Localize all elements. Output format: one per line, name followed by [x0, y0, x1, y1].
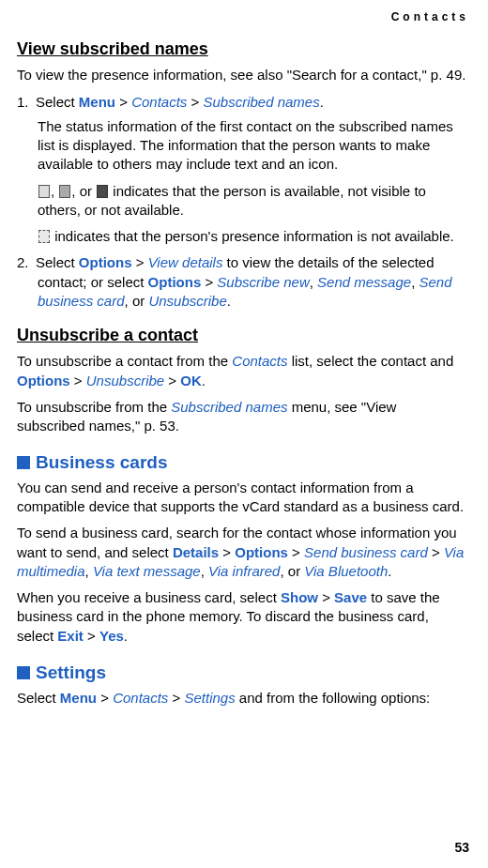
presence-hidden-icon — [59, 185, 70, 198]
text: list, select the contact and — [288, 353, 454, 369]
step-1: 1.Select Menu > Contacts > Subscribed na… — [17, 93, 467, 247]
yes-action: Yes — [99, 628, 124, 644]
text: Select — [36, 254, 79, 270]
paragraph: You can send and receive a person's cont… — [17, 479, 467, 517]
link-via-bluetooth: Via Bluetooth — [304, 563, 388, 579]
text: . — [124, 628, 128, 644]
step-2: 2.Select Options > View details to view … — [17, 253, 467, 311]
text: > — [97, 690, 113, 706]
running-header: Contacts — [391, 9, 469, 24]
presence-unknown-icon — [38, 230, 50, 243]
text: > — [288, 544, 304, 560]
link-via-text: Via text message — [93, 563, 201, 579]
step-number: 1. — [17, 93, 36, 112]
text: > — [115, 94, 131, 110]
text: , — [411, 274, 419, 290]
text: , — [51, 183, 58, 199]
text: . — [202, 373, 206, 388]
heading-text: Business cards — [36, 452, 167, 472]
link-via-infrared: Via infrared — [208, 563, 280, 579]
section-marker-icon — [17, 456, 30, 469]
text: > — [201, 274, 217, 290]
page-content: View subscribed names To view the presen… — [17, 38, 467, 708]
show-action: Show — [281, 589, 318, 605]
link-view-details: View details — [148, 254, 223, 270]
options-action: Options — [235, 544, 288, 560]
link-contacts: Contacts — [113, 690, 168, 706]
paragraph: When you receive a business card, select… — [17, 588, 467, 646]
step-list: 1.Select Menu > Contacts > Subscribed na… — [17, 93, 467, 312]
text: . — [227, 293, 231, 309]
heading-text: Settings — [36, 662, 106, 682]
options-action: Options — [79, 254, 132, 270]
text: To unsubscribe a contact from the — [17, 353, 232, 369]
link-unsubscribe: Unsubscribe — [148, 293, 226, 309]
text: . — [320, 94, 324, 110]
heading-settings: Settings — [17, 661, 467, 685]
link-send-business-card: Send business card — [304, 544, 428, 560]
text: > — [428, 544, 444, 560]
text: > — [219, 544, 235, 560]
text: . — [388, 563, 391, 579]
text: > — [132, 254, 148, 270]
text: > — [168, 690, 184, 706]
details-action: Details — [173, 544, 219, 560]
paragraph: To view the presence information, see al… — [17, 66, 467, 84]
text: indicates that the person's presence inf… — [51, 228, 454, 244]
save-action: Save — [334, 589, 367, 605]
paragraph: The status information of the first cont… — [38, 117, 467, 175]
options-action: Options — [148, 274, 202, 290]
link-unsubscribe: Unsubscribe — [86, 373, 164, 388]
text: , — [85, 563, 93, 579]
ok-action: OK — [180, 373, 202, 388]
text: , or — [125, 293, 149, 309]
paragraph: To unsubscribe from the Subscribed names… — [17, 398, 467, 436]
text: and from the following options: — [236, 690, 431, 706]
text: , — [201, 563, 208, 579]
link-send-message: Send message — [317, 274, 411, 290]
paragraph: , , or indicates that the person is avai… — [38, 182, 467, 221]
text: > — [70, 373, 86, 388]
text: > — [318, 589, 334, 605]
text: Select — [17, 690, 60, 706]
link-subscribed-names: Subscribed names — [171, 399, 287, 415]
exit-action: Exit — [57, 628, 84, 644]
presence-available-icon — [38, 185, 50, 198]
paragraph: indicates that the person's presence inf… — [38, 227, 467, 246]
text: > — [84, 628, 99, 644]
text: Select — [36, 94, 79, 110]
menu-action: Menu — [60, 690, 97, 706]
link-subscribed-names: Subscribed names — [203, 94, 319, 110]
text: , or — [71, 183, 96, 199]
heading-view-subscribed: View subscribed names — [17, 38, 467, 60]
text: To unsubscribe from the — [17, 399, 171, 415]
options-action: Options — [17, 373, 70, 388]
link-settings: Settings — [184, 690, 235, 706]
heading-business-cards: Business cards — [17, 450, 467, 475]
menu-action: Menu — [79, 94, 115, 110]
paragraph: To send a business card, search for the … — [17, 524, 467, 581]
link-contacts: Contacts — [131, 94, 187, 110]
presence-unavailable-icon — [97, 185, 108, 198]
link-contacts: Contacts — [232, 353, 287, 369]
paragraph: To unsubscribe a contact from the Contac… — [17, 352, 467, 390]
page-number: 53 — [454, 839, 469, 857]
text: > — [164, 373, 180, 388]
link-subscribe-new: Subscribe new — [217, 274, 309, 290]
heading-unsubscribe: Unsubscribe a contact — [17, 324, 467, 346]
text: , — [310, 274, 317, 290]
step-number: 2. — [17, 253, 36, 272]
text: When you receive a business card, select — [17, 589, 281, 605]
paragraph: Select Menu > Contacts > Settings and fr… — [17, 689, 467, 708]
section-marker-icon — [17, 666, 30, 679]
text: , or — [280, 563, 304, 579]
text: > — [187, 94, 203, 110]
